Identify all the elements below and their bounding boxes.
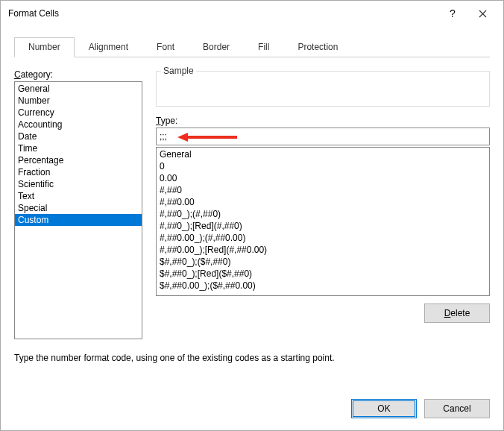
client-area: NumberAlignmentFontBorderFillProtection … [1, 26, 503, 399]
category-item[interactable]: Special [15, 202, 142, 214]
ok-button[interactable]: OK [351, 399, 417, 418]
category-item[interactable]: Custom [15, 214, 142, 226]
category-item[interactable]: Fraction [15, 166, 142, 178]
type-input[interactable] [157, 128, 489, 145]
delete-button[interactable]: Delete [424, 303, 490, 323]
titlebar: Format Cells ? [1, 1, 503, 26]
category-item[interactable]: General [15, 83, 142, 95]
format-cells-dialog: Format Cells ? NumberAlignmentFontBorder… [0, 0, 504, 431]
close-icon [479, 10, 487, 18]
format-item[interactable]: #,##0 [157, 184, 489, 196]
type-input-wrap [156, 128, 490, 145]
format-item[interactable]: $#,##0_);($#,##0) [157, 256, 489, 268]
tab-font[interactable]: Font [142, 37, 189, 57]
category-label: Category: [14, 69, 142, 80]
format-listbox[interactable]: General00.00#,##0#,##0.00#,##0_);(#,##0)… [156, 147, 490, 296]
tab-strip: NumberAlignmentFontBorderFillProtection [14, 37, 490, 57]
format-item[interactable]: 0 [157, 160, 489, 172]
format-item[interactable]: $#,##0_);[Red]($#,##0) [157, 268, 489, 280]
type-label: Type: [156, 116, 490, 126]
dialog-title: Format Cells [8, 8, 438, 19]
format-item[interactable]: $#,##0.00_);($#,##0.00) [157, 280, 489, 292]
tab-protection[interactable]: Protection [283, 37, 352, 57]
format-item[interactable]: 0.00 [157, 172, 489, 184]
help-text: Type the number format code, using one o… [14, 353, 490, 363]
cancel-button[interactable]: Cancel [424, 399, 490, 418]
format-item[interactable]: #,##0_);(#,##0) [157, 208, 489, 220]
sample-box: Sample [156, 71, 490, 107]
tab-alignment[interactable]: Alignment [75, 37, 142, 57]
category-item[interactable]: Currency [15, 107, 142, 119]
category-item[interactable]: Percentage [15, 154, 142, 166]
sample-label: Sample [161, 66, 196, 76]
format-item[interactable]: #,##0.00_);[Red](#,##0.00) [157, 244, 489, 256]
help-button[interactable]: ? [438, 1, 467, 26]
category-item[interactable]: Number [15, 95, 142, 107]
category-item[interactable]: Accounting [15, 119, 142, 130]
format-item[interactable]: #,##0.00_);(#,##0.00) [157, 232, 489, 244]
format-item[interactable]: #,##0.00 [157, 196, 489, 208]
format-item[interactable]: #,##0_);[Red](#,##0) [157, 220, 489, 232]
close-button[interactable] [467, 1, 497, 26]
category-item[interactable]: Text [15, 190, 142, 202]
category-listbox[interactable]: GeneralNumberCurrencyAccountingDateTimeP… [14, 81, 142, 339]
category-item[interactable]: Time [15, 142, 142, 154]
tab-border[interactable]: Border [189, 37, 244, 57]
tab-body-number: Category: GeneralNumberCurrencyAccountin… [14, 57, 490, 387]
category-item[interactable]: Date [15, 130, 142, 142]
category-item[interactable]: Scientific [15, 178, 142, 190]
format-item[interactable]: General [157, 148, 489, 160]
tab-number[interactable]: Number [14, 37, 75, 57]
dialog-footer: OK Cancel [1, 399, 503, 430]
tab-fill[interactable]: Fill [244, 37, 283, 57]
